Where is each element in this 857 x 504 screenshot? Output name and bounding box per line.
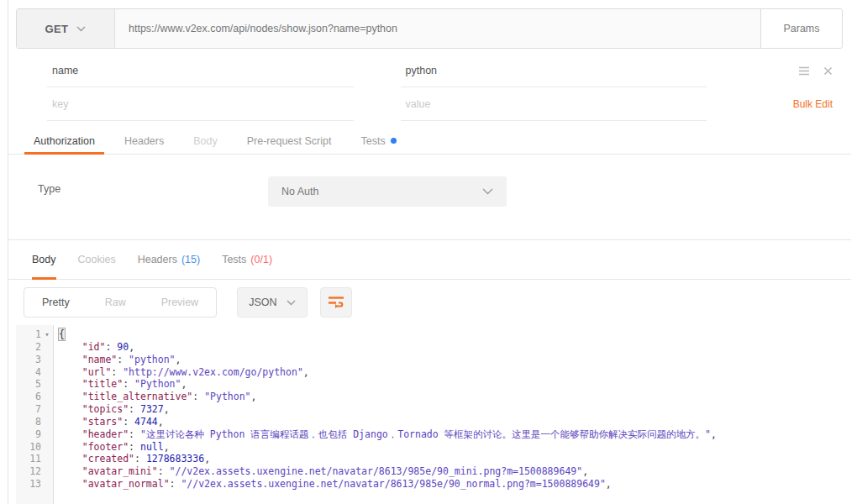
drag-menu-icon[interactable] <box>798 66 810 76</box>
response-tab-tests[interactable]: Tests(0/1) <box>222 240 272 279</box>
menu-icon <box>798 66 810 76</box>
code-line: 7 "topics": 7327, <box>16 403 851 416</box>
tab-count-badge: (15) <box>181 254 200 265</box>
request-tabs: AuthorizationHeadersBodyPre-request Scri… <box>8 128 851 155</box>
tests-status-dot-icon <box>391 138 397 144</box>
code-text: "title": "Python", <box>53 378 187 391</box>
response-pane: BodyCookiesHeaders(15)Tests(0/1) PrettyR… <box>8 239 851 504</box>
response-toolbar: PrettyRawPreview JSON <box>8 280 851 325</box>
tab-tests[interactable]: Tests <box>351 128 405 154</box>
response-tab-cookies[interactable]: Cookies <box>78 240 116 279</box>
chevron-down-icon <box>287 300 296 306</box>
code-line: 10 "footer": null, <box>16 441 851 454</box>
line-number: 9 <box>16 428 41 441</box>
fold-spacer <box>41 428 53 441</box>
code-lines: 1▾{2 "id": 90,3 "name": "python",4 "url"… <box>16 328 851 491</box>
code-text: "id": 90, <box>53 341 134 354</box>
tab-headers[interactable]: Headers <box>115 128 173 154</box>
code-text: { <box>53 328 65 341</box>
method-dropdown[interactable]: GET <box>17 9 115 48</box>
tab-label: Tests <box>360 135 385 147</box>
param-key-input[interactable]: name <box>47 54 354 87</box>
tab-label: Authorization <box>34 135 95 147</box>
tab-label: Body <box>32 254 56 265</box>
code-text: "name": "python", <box>53 354 181 366</box>
fold-spacer <box>41 416 53 428</box>
fold-spacer <box>41 378 53 391</box>
tab-authorization[interactable]: Authorization <box>24 128 104 154</box>
bulk-edit-link[interactable]: Bulk Edit <box>754 87 834 121</box>
view-mode-pretty[interactable]: Pretty <box>24 288 87 317</box>
code-text: "stars": 4744, <box>53 416 164 428</box>
params-button[interactable]: Params <box>760 9 842 48</box>
tab-pre-request-script[interactable]: Pre-request Script <box>238 128 341 154</box>
fold-arrow-icon[interactable]: ▾ <box>41 328 53 341</box>
code-line: 9 "header": "这里讨论各种 Python 语言编程话题，也包括 Dj… <box>16 428 851 441</box>
fold-spacer <box>41 354 53 366</box>
response-tab-headers[interactable]: Headers(15) <box>138 240 200 279</box>
line-number: 5 <box>16 378 41 391</box>
tab-label: Body <box>193 135 218 147</box>
fold-spacer <box>41 465 53 478</box>
line-number: 12 <box>16 465 41 478</box>
tab-count-badge: (0/1) <box>250 254 272 265</box>
code-line: 2 "id": 90, <box>16 341 851 354</box>
tab-body[interactable]: Body <box>184 128 227 154</box>
line-number: 10 <box>16 441 41 454</box>
code-text: "topics": 7327, <box>53 403 170 416</box>
url-bar: GET https://www.v2ex.com/api/nodes/show.… <box>16 8 843 49</box>
param-value-input[interactable]: value <box>401 87 707 121</box>
param-key-input[interactable]: key <box>47 87 354 121</box>
line-number: 3 <box>16 354 41 366</box>
response-body-editor[interactable]: 1▾{2 "id": 90,3 "name": "python",4 "url"… <box>16 325 851 504</box>
param-row-actions <box>754 54 834 87</box>
tab-label: Cookies <box>78 254 116 265</box>
text-wrap-icon <box>328 296 344 309</box>
language-label: JSON <box>249 297 276 308</box>
language-dropdown[interactable]: JSON <box>237 287 308 318</box>
auth-type-label: Type <box>38 183 60 195</box>
code-line: 12 "avatar_mini": "//v2ex.assets.uxengin… <box>16 465 851 478</box>
view-mode-preview[interactable]: Preview <box>144 288 216 317</box>
param-row: namepython <box>47 54 834 87</box>
url-text: https://www.v2ex.com/api/nodes/show.json… <box>129 23 397 34</box>
params-editor: namepython key value Bulk Edit <box>47 54 834 121</box>
line-number: 4 <box>16 366 41 379</box>
close-icon <box>823 66 833 76</box>
code-text: "title_alternative": "Python", <box>53 391 256 403</box>
tab-label: Headers <box>124 135 164 147</box>
view-mode-raw[interactable]: Raw <box>87 288 144 317</box>
line-number: 1 <box>16 328 41 341</box>
code-text: "header": "这里讨论各种 Python 语言编程话题，也包括 Djan… <box>53 428 717 441</box>
fold-spacer <box>41 391 53 403</box>
fold-spacer <box>41 453 53 465</box>
tab-label: Headers <box>138 254 177 265</box>
method-label: GET <box>45 23 69 35</box>
fold-spacer <box>41 478 53 491</box>
code-text: "url": "http://www.v2ex.com/go/python", <box>53 366 309 379</box>
tab-label: Tests <box>222 254 246 265</box>
remove-row-icon[interactable] <box>823 66 833 76</box>
url-input[interactable]: https://www.v2ex.com/api/nodes/show.json… <box>115 9 760 48</box>
param-row-empty: key value Bulk Edit <box>47 87 834 121</box>
code-line: 8 "stars": 4744, <box>16 416 851 428</box>
fold-spacer <box>41 366 53 379</box>
line-number: 8 <box>16 416 41 428</box>
wrap-text-button[interactable] <box>320 287 352 318</box>
authorization-panel: Type No Auth <box>8 155 851 228</box>
line-number: 11 <box>16 453 41 465</box>
auth-type-select[interactable]: No Auth <box>268 176 507 207</box>
fold-spacer <box>41 403 53 416</box>
response-tab-body[interactable]: Body <box>32 240 56 279</box>
response-tabs: BodyCookiesHeaders(15)Tests(0/1) <box>8 240 851 280</box>
chevron-down-icon <box>76 26 86 32</box>
code-line: 1▾{ <box>16 328 851 341</box>
code-text: "avatar_normal": "//v2ex.assets.uxengine… <box>53 478 612 491</box>
code-line: 4 "url": "http://www.v2ex.com/go/python"… <box>16 366 851 379</box>
fold-spacer <box>41 341 53 354</box>
param-value-input[interactable]: python <box>401 54 707 87</box>
code-text: "avatar_mini": "//v2ex.assets.uxengine.n… <box>53 465 588 478</box>
code-line: 5 "title": "Python", <box>16 378 851 391</box>
code-text: "footer": null, <box>53 441 170 454</box>
postman-request-pane: GET https://www.v2ex.com/api/nodes/show.… <box>8 0 851 504</box>
